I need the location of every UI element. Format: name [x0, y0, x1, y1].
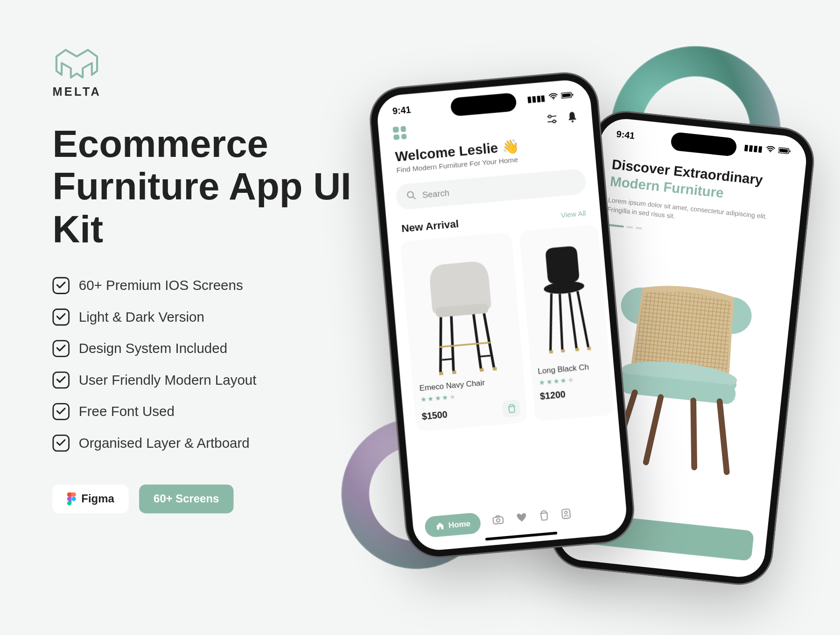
- status-icons: ▮▮▮▮: [527, 91, 575, 104]
- screens-badge-label: 60+ Screens: [154, 492, 219, 505]
- nav-home-label: Home: [448, 519, 470, 530]
- check-icon: [52, 435, 70, 452]
- bell-icon[interactable]: [567, 111, 578, 126]
- feature-item: Free Font Used: [52, 403, 367, 420]
- svg-line-16: [474, 314, 481, 370]
- feature-text: Organised Layer & Artboard: [79, 435, 250, 451]
- svg-rect-31: [575, 348, 579, 351]
- search-input[interactable]: Search: [395, 168, 587, 210]
- svg-line-13: [436, 317, 446, 373]
- feature-item: User Friendly Modern Layout: [52, 372, 367, 389]
- feature-item: 60+ Premium IOS Screens: [52, 277, 367, 294]
- melta-logo-icon: [52, 46, 101, 81]
- search-icon: [406, 190, 416, 202]
- svg-point-6: [548, 115, 551, 118]
- svg-line-28: [569, 293, 577, 349]
- menu-grid-icon[interactable]: [392, 126, 406, 140]
- home-indicator: [485, 532, 558, 541]
- section-title: New Arrival: [401, 218, 459, 235]
- svg-rect-40: [789, 150, 791, 152]
- product-price: $1200: [539, 388, 566, 401]
- signal-icon: ▮▮▮▮: [744, 142, 763, 154]
- screens-badge: 60+ Screens: [139, 484, 233, 513]
- svg-line-19: [479, 356, 490, 357]
- svg-rect-21: [452, 371, 456, 374]
- svg-point-8: [553, 120, 555, 123]
- svg-rect-32: [587, 347, 591, 350]
- check-icon: [52, 372, 70, 389]
- svg-line-17: [440, 342, 490, 347]
- product-image: [407, 239, 517, 379]
- check-icon: [52, 403, 70, 420]
- svg-rect-30: [561, 349, 565, 353]
- feature-text: Design System Included: [79, 341, 227, 357]
- feature-item: Light & Dark Version: [52, 309, 367, 326]
- product-price: $1500: [421, 409, 448, 422]
- check-icon: [52, 277, 70, 294]
- svg-point-9: [572, 120, 574, 123]
- status-time: 9:41: [616, 128, 636, 141]
- feature-item: Organised Layer & Artboard: [52, 435, 367, 452]
- feature-list: 60+ Premium IOS Screens Light & Dark Ver…: [52, 277, 367, 452]
- status-time: 9:41: [392, 104, 411, 116]
- brand-name: MELTA: [52, 85, 367, 99]
- nav-camera-icon[interactable]: [492, 514, 505, 529]
- battery-icon: [561, 91, 575, 101]
- svg-rect-22: [480, 368, 484, 372]
- feature-text: 60+ Premium IOS Screens: [79, 278, 243, 294]
- signal-icon: ▮▮▮▮: [527, 93, 546, 104]
- home-icon: [435, 521, 445, 531]
- add-to-bag-button[interactable]: [502, 399, 521, 418]
- figma-icon: [67, 492, 76, 505]
- svg-rect-23: [493, 367, 497, 371]
- svg-rect-3: [562, 93, 571, 98]
- battery-icon: [778, 146, 792, 157]
- feature-item: Design System Included: [52, 340, 367, 357]
- svg-point-36: [565, 511, 567, 514]
- check-icon: [52, 340, 70, 357]
- svg-point-34: [497, 518, 500, 522]
- phone-mockup-home: 9:41 ▮▮▮▮: [367, 70, 637, 560]
- figma-badge-label: Figma: [81, 492, 114, 505]
- feature-text: Light & Dark Version: [79, 309, 204, 325]
- svg-line-11: [413, 197, 416, 199]
- search-placeholder: Search: [422, 188, 450, 200]
- svg-line-50: [686, 400, 701, 467]
- svg-point-0: [72, 497, 76, 501]
- svg-line-18: [442, 359, 454, 360]
- nav-profile-icon[interactable]: [560, 507, 572, 523]
- status-icons: ▮▮▮▮: [744, 142, 792, 156]
- svg-point-1: [553, 98, 554, 99]
- filter-icon[interactable]: [546, 114, 558, 127]
- brand-logo: MELTA: [52, 46, 367, 99]
- view-all-link[interactable]: View All: [560, 209, 586, 219]
- product-card[interactable]: Emeco Navy Chair ★★★★★ $1500: [400, 232, 528, 432]
- figma-badge: Figma: [52, 484, 128, 513]
- check-icon: [52, 309, 70, 326]
- nav-heart-icon[interactable]: [516, 512, 529, 527]
- svg-rect-33: [493, 516, 504, 524]
- svg-line-48: [713, 401, 734, 472]
- page-headline: Ecommerce Furniture App UI Kit: [52, 123, 367, 251]
- svg-point-10: [407, 191, 414, 198]
- svg-line-15: [449, 316, 456, 372]
- wifi-icon: [765, 145, 776, 155]
- svg-line-14: [484, 313, 494, 369]
- svg-line-49: [646, 396, 661, 463]
- bottom-nav: Home: [424, 501, 616, 538]
- product-image: [526, 232, 602, 361]
- wifi-icon: [548, 92, 558, 102]
- nav-bag-icon[interactable]: [539, 509, 550, 525]
- feature-text: Free Font Used: [79, 403, 175, 419]
- product-card[interactable]: Long Black Ch ★★★★★ $1200: [519, 225, 614, 422]
- svg-line-25: [546, 293, 557, 352]
- feature-text: User Friendly Modern Layout: [79, 372, 257, 388]
- svg-rect-29: [549, 350, 553, 353]
- nav-home[interactable]: Home: [424, 512, 482, 538]
- svg-rect-20: [439, 372, 443, 375]
- svg-line-26: [578, 290, 589, 349]
- svg-rect-39: [779, 148, 788, 153]
- svg-line-27: [557, 294, 565, 350]
- svg-point-37: [770, 151, 771, 152]
- svg-rect-4: [572, 94, 573, 96]
